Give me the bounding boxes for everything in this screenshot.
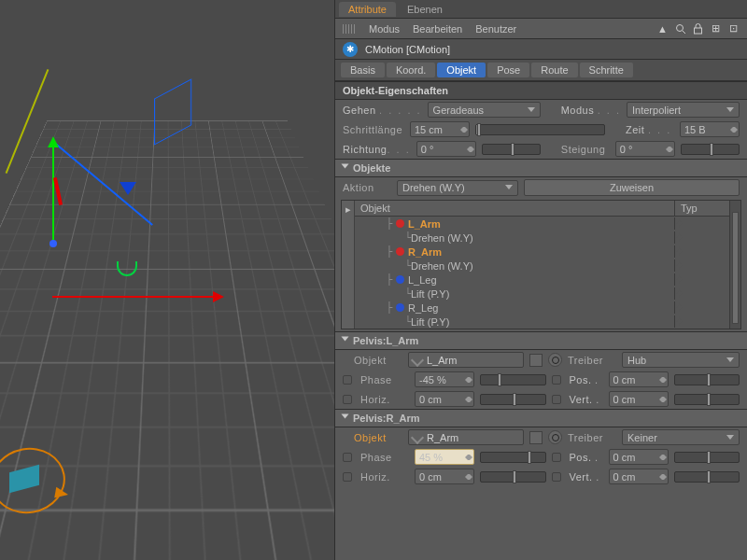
subtab-route[interactable]: Route (531, 63, 577, 77)
larm-vert-input[interactable]: 0 cm (609, 391, 669, 407)
picker-button[interactable] (529, 354, 543, 367)
zeit-input[interactable]: 15 B (680, 121, 740, 137)
section-pelvis-rarm[interactable]: Pelvis:R_Arm (335, 409, 747, 427)
larm-horiz-slider[interactable] (480, 394, 546, 405)
cmotion-icon: ✱ (343, 42, 358, 57)
axis-x (52, 296, 220, 298)
rarm-pos-label: Pos. . (570, 452, 603, 463)
tree-row[interactable]: └ Lift (P.Y)✦ (355, 315, 729, 329)
schritt-input[interactable]: 15 cm (410, 121, 470, 137)
tree-row[interactable]: └ Drehen (W.Y)✦ (355, 231, 729, 245)
tree-expand-icon[interactable]: ▸ (342, 201, 355, 329)
larm-horiz-label: Horiz. (360, 394, 409, 405)
target-icon[interactable] (548, 430, 562, 444)
tab-ebenen[interactable]: Ebenen (398, 2, 452, 17)
gehen-label: Gehen . . . . . (343, 105, 422, 116)
tree-row[interactable]: ├ L_Leg✦ (355, 273, 729, 287)
joint-dot-icon (396, 219, 404, 228)
axis-y (52, 140, 54, 243)
subtab-pose[interactable]: Pose (487, 63, 529, 77)
rarm-objekt-field[interactable]: R_Arm (408, 429, 524, 445)
larm-pos-check[interactable] (552, 375, 561, 385)
aktion-label: Aktion (343, 182, 391, 193)
menubar: Modus Bearbeiten Benutzer ▲ ⊞ ⊡ (335, 19, 747, 39)
tree-scrollbar[interactable] (729, 201, 740, 329)
origin-point (49, 240, 57, 247)
rarm-horiz-slider[interactable] (480, 471, 546, 483)
rarm-vert-slider[interactable] (674, 471, 740, 483)
schritt-label: Schrittlänge (343, 124, 404, 135)
steigung-label: Steigung (561, 144, 610, 155)
tree-row[interactable]: └ Lift (P.Y)✦ (355, 287, 729, 301)
title-text: CMotion [CMotion] (365, 44, 450, 55)
rarm-vert-input[interactable]: 0 cm (609, 469, 669, 484)
rarm-horiz-input[interactable]: 0 cm (415, 469, 474, 484)
rarm-phase-input[interactable]: 45 % (415, 449, 474, 465)
rarm-treiber-dropdown[interactable]: Keiner (622, 429, 740, 445)
larm-pos-label: Pos. . (570, 374, 603, 385)
rarm-pos-check[interactable] (552, 453, 561, 462)
larm-horiz-check[interactable] (343, 395, 352, 404)
subtab-schritte[interactable]: Schritte (580, 63, 633, 77)
menu-bearbeiten[interactable]: Bearbeiten (413, 23, 462, 35)
grid-icon[interactable]: ⊞ (710, 22, 722, 35)
section-objprops: Objekt-Eigenschaften (335, 81, 747, 100)
menu-modus[interactable]: Modus (369, 23, 400, 35)
search-icon[interactable] (674, 22, 686, 35)
tab-attribute[interactable]: Attribute (339, 2, 396, 17)
grip-icon[interactable] (343, 24, 356, 34)
3d-viewport[interactable] (0, 0, 334, 560)
gehen-dropdown[interactable]: Geradeaus (428, 102, 541, 118)
object-tree: ▸ Objekt Typ ├ L_Arm✦└ Drehen (W.Y)✦├ R_… (341, 200, 741, 329)
larm-phase-input[interactable]: -45 % (415, 371, 474, 387)
larm-horiz-input[interactable]: 0 cm (415, 391, 474, 407)
picker-button[interactable] (529, 431, 543, 444)
add-icon[interactable]: ⊡ (727, 22, 740, 35)
rarm-vert-check[interactable] (552, 472, 561, 482)
section-pelvis-larm[interactable]: Pelvis:L_Arm (335, 331, 747, 350)
rarm-treiber-label: Treiber (568, 432, 616, 443)
larm-pos-input[interactable]: 0 cm (609, 371, 669, 387)
schritt-slider[interactable] (475, 124, 605, 135)
nav-up-icon[interactable]: ▲ (656, 22, 669, 35)
larm-vert-check[interactable] (552, 395, 561, 404)
rarm-pos-input[interactable]: 0 cm (609, 449, 669, 465)
tree-row[interactable]: └ Drehen (W.Y)✦ (355, 259, 729, 273)
richtung-label: Richtung. . . (343, 144, 411, 155)
object-title: ✱ CMotion [CMotion] (335, 39, 747, 60)
joint-dot-icon (396, 275, 404, 284)
tree-row[interactable]: ├ L_Arm✦ (355, 217, 729, 231)
zuweisen-button[interactable]: Zuweisen (524, 179, 740, 196)
modus-label: Modus . . . (561, 105, 621, 116)
menu-benutzer[interactable]: Benutzer (475, 23, 516, 35)
larm-treiber-label: Treiber (568, 355, 616, 366)
tree-row[interactable]: ├ R_Leg✦ (355, 301, 729, 315)
larm-vert-slider[interactable] (674, 394, 740, 405)
subtab-objekt[interactable]: Objekt (437, 63, 486, 77)
subtab-basis[interactable]: Basis (341, 63, 385, 77)
svg-line-1 (683, 31, 685, 34)
attribute-panel: Attribute Ebenen Modus Bearbeiten Benutz… (334, 0, 747, 560)
rarm-vert-label: Vert. . (570, 471, 603, 483)
steigung-input[interactable]: 0 ° (615, 141, 675, 157)
aktion-dropdown[interactable]: Drehen (W.Y) (397, 180, 518, 196)
subtab-koord[interactable]: Koord. (387, 63, 435, 77)
tree-row[interactable]: ├ R_Arm✦ (355, 245, 729, 259)
steigung-slider[interactable] (681, 144, 740, 155)
larm-treiber-dropdown[interactable]: Hub (622, 352, 740, 368)
lock-icon[interactable] (692, 22, 704, 35)
joint-dot-icon (396, 303, 404, 312)
richtung-slider[interactable] (482, 144, 541, 155)
larm-phase-slider[interactable] (480, 374, 546, 385)
modus-dropdown[interactable]: Interpoliert (627, 102, 740, 118)
section-objekte[interactable]: Objekte (335, 159, 747, 177)
rarm-pos-slider[interactable] (674, 452, 740, 463)
rarm-horiz-check[interactable] (343, 472, 352, 482)
rarm-phase-check[interactable] (343, 453, 352, 462)
larm-objekt-field[interactable]: L_Arm (408, 352, 524, 368)
larm-phase-check[interactable] (343, 375, 352, 385)
target-icon[interactable] (548, 353, 562, 367)
richtung-input[interactable]: 0 ° (416, 141, 476, 157)
rarm-phase-slider[interactable] (480, 452, 546, 463)
larm-pos-slider[interactable] (674, 374, 740, 385)
